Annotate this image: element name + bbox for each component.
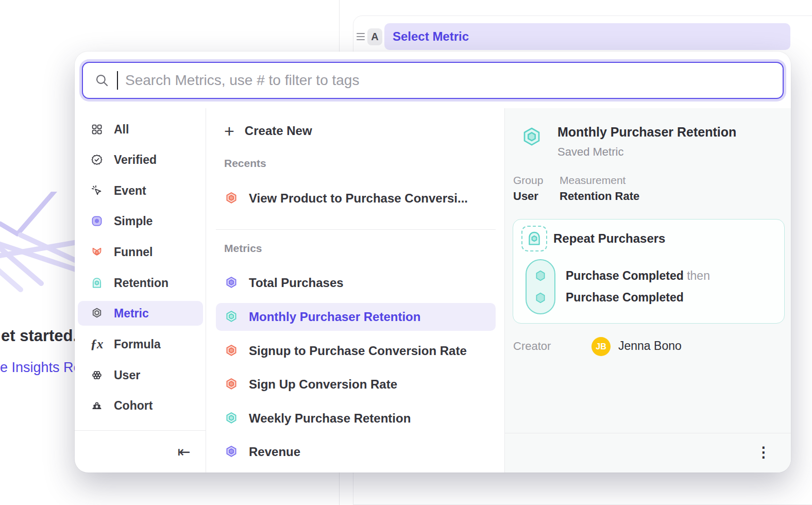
series-letter-badge: A xyxy=(367,28,382,45)
metric-hexagon-icon xyxy=(224,411,239,426)
creator-name: Jenna Bono xyxy=(618,339,682,353)
formula-icon: ƒx xyxy=(90,338,104,351)
metric-selector-modal: All Verified Event xyxy=(75,52,791,473)
list-item-metric[interactable]: Total Purchases xyxy=(216,269,496,297)
sidebar-item-cohort[interactable]: Cohort xyxy=(78,393,203,418)
metric-hexagon-icon xyxy=(90,307,104,320)
step-event-name: Purchase Completed xyxy=(566,291,684,304)
step-event-name: Purchase Completed xyxy=(566,269,684,282)
sidebar-item-user[interactable]: User xyxy=(78,363,203,388)
avatar: JB xyxy=(591,337,611,356)
sidebar-item-verified[interactable]: Verified xyxy=(78,147,203,172)
modal-content: All Verified Event xyxy=(75,108,791,473)
list-item-metric[interactable]: Revenue xyxy=(216,438,496,466)
drag-handle-icon[interactable] xyxy=(357,31,365,42)
measurement-value: Retention Rate xyxy=(560,190,639,203)
grid-icon xyxy=(90,123,104,136)
text-caret xyxy=(117,71,118,90)
search-input[interactable] xyxy=(125,72,783,89)
search-box[interactable] xyxy=(82,62,784,99)
sidebar-item-label: Metric xyxy=(114,307,149,321)
list-item-label: View Product to Purchase Conversi... xyxy=(249,191,468,206)
step-connector: then xyxy=(687,269,710,282)
list-item-label: Monthly Purchaser Retention xyxy=(249,310,420,324)
avatar-initials: JB xyxy=(596,342,606,351)
sidebar-item-funnel[interactable]: Funnel xyxy=(78,240,203,264)
kebab-menu-icon[interactable]: ⋮ xyxy=(752,440,775,464)
metric-hexagon-icon-large xyxy=(520,126,544,149)
create-new-button[interactable]: + Create New xyxy=(219,117,496,145)
background-heading-fragment: et started. xyxy=(1,327,77,345)
retention-icon xyxy=(90,276,104,290)
definition-title: Repeat Purchasers xyxy=(553,231,665,246)
metric-hexagon-icon xyxy=(224,191,239,206)
definition-card: Repeat Purchasers Purchase Completed the… xyxy=(513,219,785,324)
definition-step-1: Purchase Completed then xyxy=(566,269,710,283)
sidebar-footer-divider xyxy=(75,430,206,431)
create-new-label: Create New xyxy=(245,124,312,138)
metric-hexagon-icon xyxy=(224,310,239,324)
metric-hexagon-icon xyxy=(224,377,239,392)
event-cursor-icon xyxy=(90,184,104,197)
sidebar-item-all[interactable]: All xyxy=(78,117,203,142)
metric-detail-panel: Monthly Purchaser Retention Saved Metric… xyxy=(504,108,791,473)
list-item-recent[interactable]: View Product to Purchase Conversi... xyxy=(216,184,496,212)
metric-hexagon-icon xyxy=(224,276,239,290)
list-item-metric-selected[interactable]: Monthly Purchaser Retention xyxy=(216,303,496,331)
sidebar-item-label: Formula xyxy=(114,338,161,351)
list-item-label: Weekly Purchase Retention xyxy=(249,411,411,426)
detail-footer-divider xyxy=(505,433,791,433)
sidebar-item-retention[interactable]: Retention xyxy=(78,271,203,295)
metric-hexagon-icon xyxy=(224,445,239,459)
sidebar-item-formula[interactable]: ƒx Formula xyxy=(78,332,203,357)
group-value: User xyxy=(513,190,538,203)
creator-label: Creator xyxy=(513,340,551,353)
select-metric-button[interactable]: Select Metric xyxy=(384,23,790,50)
sidebar-item-label: Retention xyxy=(114,276,168,290)
detail-subtitle: Saved Metric xyxy=(557,145,623,159)
list-item-metric[interactable]: Signup to Purchase Conversion Rate xyxy=(216,337,496,365)
metrics-section-label: Metrics xyxy=(224,242,262,257)
sidebar-item-label: Funnel xyxy=(114,245,153,259)
decorative-chart-lines xyxy=(0,192,77,300)
step-hexagon-icon xyxy=(534,269,547,282)
step-hexagon-icon xyxy=(534,291,547,305)
plus-icon: + xyxy=(224,124,234,138)
list-item-label: Revenue xyxy=(249,445,300,459)
sidebar-item-label: All xyxy=(114,123,129,137)
sidebar-item-label: Event xyxy=(114,184,146,198)
metric-hexagon-icon xyxy=(224,344,239,358)
sidebar-item-label: Simple xyxy=(114,214,153,228)
list-item-label: Total Purchases xyxy=(249,276,344,290)
filter-sidebar: All Verified Event xyxy=(75,108,206,473)
background-link-fragment[interactable]: e Insights Re xyxy=(0,360,77,376)
detail-title: Monthly Purchaser Retention xyxy=(557,125,736,140)
list-item-label: Sign Up Conversion Rate xyxy=(249,377,397,392)
select-metric-label: Select Metric xyxy=(393,29,469,44)
list-item-metric[interactable]: Sign Up Conversion Rate xyxy=(216,371,496,398)
retention-dashed-icon xyxy=(521,226,547,251)
measurement-label: Measurement xyxy=(560,174,625,187)
collapse-sidebar-icon[interactable]: ⇤ xyxy=(172,439,196,464)
funnel-icon xyxy=(90,245,104,259)
user-cluster-icon xyxy=(90,368,104,382)
sidebar-item-metric[interactable]: Metric xyxy=(78,301,203,326)
verified-badge-icon xyxy=(90,153,104,166)
sidebar-item-simple[interactable]: Simple xyxy=(78,209,203,233)
search-icon xyxy=(94,73,110,88)
list-item-metric[interactable]: Weekly Purchase Retention xyxy=(216,405,496,432)
results-list: + Create New Recents View Product to Pur… xyxy=(207,108,504,473)
recents-section-label: Recents xyxy=(224,157,266,172)
list-item-label: Signup to Purchase Conversion Rate xyxy=(249,344,467,358)
sidebar-item-label: User xyxy=(114,368,140,382)
funnel-steps-capsule xyxy=(526,259,555,314)
cohort-icon xyxy=(90,399,104,412)
group-label: Group xyxy=(513,174,543,187)
simple-icon xyxy=(90,214,104,228)
list-section-divider xyxy=(216,229,496,230)
definition-step-2: Purchase Completed xyxy=(566,291,684,305)
sidebar-item-label: Verified xyxy=(114,153,157,167)
sidebar-item-label: Cohort xyxy=(114,399,153,413)
sidebar-item-event[interactable]: Event xyxy=(78,178,203,203)
